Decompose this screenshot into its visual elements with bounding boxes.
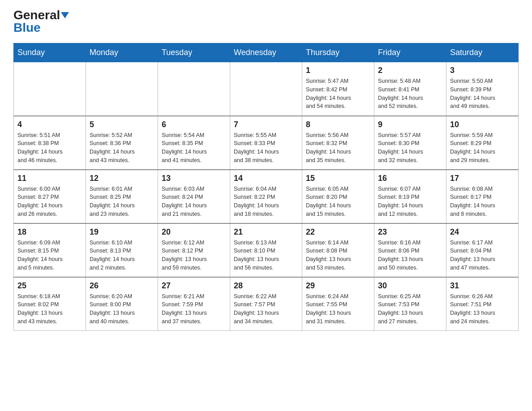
- day-number: 9: [378, 120, 442, 129]
- calendar-cell: 24Sunrise: 6:17 AM Sunset: 8:04 PM Dayli…: [446, 223, 519, 277]
- calendar-cell: 17Sunrise: 6:08 AM Sunset: 8:17 PM Dayli…: [446, 170, 519, 223]
- day-info: Sunrise: 6:22 AM Sunset: 7:57 PM Dayligh…: [234, 292, 298, 326]
- calendar-cell: 27Sunrise: 6:21 AM Sunset: 7:59 PM Dayli…: [158, 277, 230, 331]
- day-info: Sunrise: 6:17 AM Sunset: 8:04 PM Dayligh…: [450, 239, 515, 272]
- calendar-table: SundayMondayTuesdayWednesdayThursdayFrid…: [13, 43, 519, 331]
- day-info: Sunrise: 6:04 AM Sunset: 8:22 PM Dayligh…: [234, 185, 298, 218]
- day-info: Sunrise: 5:47 AM Sunset: 8:42 PM Dayligh…: [306, 77, 370, 111]
- day-number: 25: [17, 281, 82, 291]
- calendar-cell: 26Sunrise: 6:20 AM Sunset: 8:00 PM Dayli…: [86, 277, 158, 331]
- day-info: Sunrise: 5:54 AM Sunset: 8:35 PM Dayligh…: [162, 131, 226, 165]
- calendar-cell: 20Sunrise: 6:12 AM Sunset: 8:12 PM Dayli…: [158, 223, 230, 277]
- week-row-1: 1Sunrise: 5:47 AM Sunset: 8:42 PM Daylig…: [14, 62, 519, 116]
- day-number: 28: [234, 281, 298, 291]
- calendar-cell: 2Sunrise: 5:48 AM Sunset: 8:41 PM Daylig…: [374, 62, 446, 116]
- week-row-3: 11Sunrise: 6:00 AM Sunset: 8:27 PM Dayli…: [14, 170, 519, 223]
- logo: GeneralBlue: [13, 9, 69, 34]
- calendar-cell: 16Sunrise: 6:07 AM Sunset: 8:19 PM Dayli…: [374, 170, 446, 223]
- day-info: Sunrise: 6:00 AM Sunset: 8:27 PM Dayligh…: [17, 185, 82, 218]
- day-number: 8: [306, 120, 370, 129]
- calendar-cell: 7Sunrise: 5:55 AM Sunset: 8:33 PM Daylig…: [230, 116, 302, 170]
- calendar-cell: 6Sunrise: 5:54 AM Sunset: 8:35 PM Daylig…: [158, 116, 230, 170]
- day-number: 1: [306, 66, 370, 75]
- day-info: Sunrise: 6:13 AM Sunset: 8:10 PM Dayligh…: [234, 239, 298, 272]
- day-info: Sunrise: 6:14 AM Sunset: 8:08 PM Dayligh…: [306, 239, 370, 272]
- calendar-cell: 29Sunrise: 6:24 AM Sunset: 7:55 PM Dayli…: [302, 277, 374, 331]
- calendar-cell: 31Sunrise: 6:26 AM Sunset: 7:51 PM Dayli…: [446, 277, 519, 331]
- weekday-friday: Friday: [374, 43, 446, 62]
- day-info: Sunrise: 5:51 AM Sunset: 8:38 PM Dayligh…: [17, 131, 82, 165]
- calendar-cell: 13Sunrise: 6:03 AM Sunset: 8:24 PM Dayli…: [158, 170, 230, 223]
- day-info: Sunrise: 6:24 AM Sunset: 7:55 PM Dayligh…: [306, 292, 370, 326]
- day-number: 3: [450, 66, 515, 75]
- calendar-body: 1Sunrise: 5:47 AM Sunset: 8:42 PM Daylig…: [14, 62, 519, 331]
- day-number: 24: [450, 227, 515, 237]
- day-number: 19: [90, 227, 154, 237]
- week-row-2: 4Sunrise: 5:51 AM Sunset: 8:38 PM Daylig…: [14, 116, 519, 170]
- day-number: 21: [234, 227, 298, 237]
- day-number: 17: [450, 174, 515, 183]
- logo-blue: Blue: [13, 21, 41, 34]
- weekday-saturday: Saturday: [446, 43, 519, 62]
- day-info: Sunrise: 5:59 AM Sunset: 8:29 PM Dayligh…: [450, 131, 515, 165]
- calendar-cell: 8Sunrise: 5:56 AM Sunset: 8:32 PM Daylig…: [302, 116, 374, 170]
- day-number: 11: [17, 174, 82, 183]
- day-number: 12: [90, 174, 154, 183]
- day-info: Sunrise: 6:18 AM Sunset: 8:02 PM Dayligh…: [17, 292, 82, 326]
- week-row-4: 18Sunrise: 6:09 AM Sunset: 8:15 PM Dayli…: [14, 223, 519, 277]
- day-info: Sunrise: 6:12 AM Sunset: 8:12 PM Dayligh…: [162, 239, 226, 272]
- day-number: 14: [234, 174, 298, 183]
- calendar-cell: 21Sunrise: 6:13 AM Sunset: 8:10 PM Dayli…: [230, 223, 302, 277]
- day-number: 15: [306, 174, 370, 183]
- calendar-cell: [230, 62, 302, 116]
- day-info: Sunrise: 6:03 AM Sunset: 8:24 PM Dayligh…: [162, 185, 226, 218]
- day-number: 7: [234, 120, 298, 129]
- day-info: Sunrise: 6:09 AM Sunset: 8:15 PM Dayligh…: [17, 239, 82, 272]
- day-info: Sunrise: 6:07 AM Sunset: 8:19 PM Dayligh…: [378, 185, 442, 218]
- day-number: 23: [378, 227, 442, 237]
- logo-triangle-icon: [61, 12, 69, 18]
- calendar-cell: 23Sunrise: 6:16 AM Sunset: 8:06 PM Dayli…: [374, 223, 446, 277]
- day-number: 27: [162, 281, 226, 291]
- day-info: Sunrise: 6:26 AM Sunset: 7:51 PM Dayligh…: [450, 292, 515, 326]
- day-info: Sunrise: 5:55 AM Sunset: 8:33 PM Dayligh…: [234, 131, 298, 165]
- weekday-wednesday: Wednesday: [230, 43, 302, 62]
- calendar-cell: [14, 62, 86, 116]
- calendar-cell: 1Sunrise: 5:47 AM Sunset: 8:42 PM Daylig…: [302, 62, 374, 116]
- day-number: 16: [378, 174, 442, 183]
- calendar-cell: 10Sunrise: 5:59 AM Sunset: 8:29 PM Dayli…: [446, 116, 519, 170]
- day-number: 13: [162, 174, 226, 183]
- weekday-sunday: Sunday: [14, 43, 86, 62]
- calendar-cell: 30Sunrise: 6:25 AM Sunset: 7:53 PM Dayli…: [374, 277, 446, 331]
- calendar-cell: 18Sunrise: 6:09 AM Sunset: 8:15 PM Dayli…: [14, 223, 86, 277]
- day-info: Sunrise: 5:50 AM Sunset: 8:39 PM Dayligh…: [450, 77, 515, 111]
- page-header: GeneralBlue: [13, 9, 519, 34]
- week-row-5: 25Sunrise: 6:18 AM Sunset: 8:02 PM Dayli…: [14, 277, 519, 331]
- day-number: 10: [450, 120, 515, 129]
- day-info: Sunrise: 6:25 AM Sunset: 7:53 PM Dayligh…: [378, 292, 442, 326]
- day-info: Sunrise: 6:08 AM Sunset: 8:17 PM Dayligh…: [450, 185, 515, 218]
- day-info: Sunrise: 5:52 AM Sunset: 8:36 PM Dayligh…: [90, 131, 154, 165]
- day-number: 31: [450, 281, 515, 291]
- day-info: Sunrise: 6:21 AM Sunset: 7:59 PM Dayligh…: [162, 292, 226, 326]
- calendar-cell: 3Sunrise: 5:50 AM Sunset: 8:39 PM Daylig…: [446, 62, 519, 116]
- day-number: 18: [17, 227, 82, 237]
- logo-text: GeneralBlue: [13, 9, 69, 34]
- day-info: Sunrise: 5:57 AM Sunset: 8:30 PM Dayligh…: [378, 131, 442, 165]
- day-number: 6: [162, 120, 226, 129]
- calendar-cell: 9Sunrise: 5:57 AM Sunset: 8:30 PM Daylig…: [374, 116, 446, 170]
- day-number: 20: [162, 227, 226, 237]
- calendar-cell: 15Sunrise: 6:05 AM Sunset: 8:20 PM Dayli…: [302, 170, 374, 223]
- weekday-header-row: SundayMondayTuesdayWednesdayThursdayFrid…: [14, 43, 519, 62]
- day-info: Sunrise: 6:16 AM Sunset: 8:06 PM Dayligh…: [378, 239, 442, 272]
- day-number: 4: [17, 120, 82, 129]
- calendar-cell: [158, 62, 230, 116]
- calendar-cell: 5Sunrise: 5:52 AM Sunset: 8:36 PM Daylig…: [86, 116, 158, 170]
- day-number: 30: [378, 281, 442, 291]
- weekday-monday: Monday: [86, 43, 158, 62]
- day-number: 2: [378, 66, 442, 75]
- calendar-cell: 4Sunrise: 5:51 AM Sunset: 8:38 PM Daylig…: [14, 116, 86, 170]
- day-number: 5: [90, 120, 154, 129]
- day-info: Sunrise: 6:10 AM Sunset: 8:13 PM Dayligh…: [90, 239, 154, 272]
- logo-general: General: [13, 8, 60, 22]
